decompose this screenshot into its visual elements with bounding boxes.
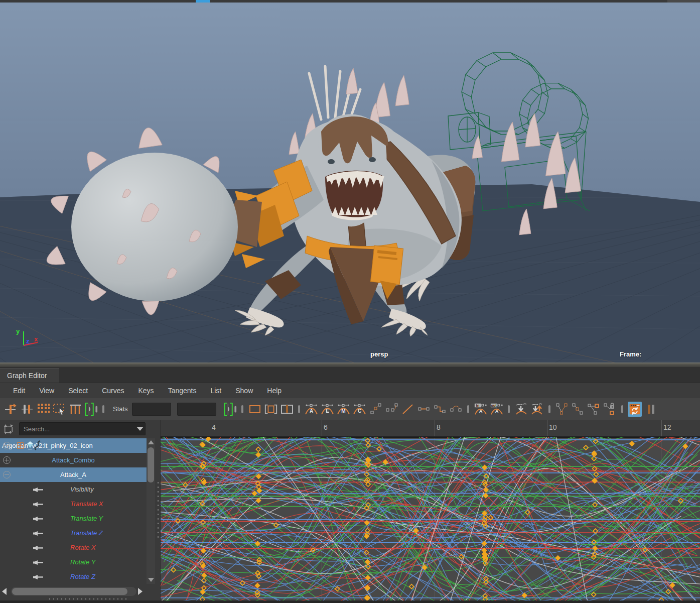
svg-text:out: out xyxy=(491,403,497,408)
list-mode-icon[interactable] xyxy=(2,423,15,436)
search-input[interactable] xyxy=(19,422,146,435)
panel-divider[interactable] xyxy=(0,363,700,367)
tree-row-translate-x[interactable]: Translate X xyxy=(0,497,147,511)
scroll-down-icon[interactable] xyxy=(148,578,154,582)
tab-graph-editor[interactable]: Graph Editor xyxy=(0,368,59,383)
menu-show[interactable]: Show xyxy=(228,385,260,397)
move-nearest-key-icon[interactable] xyxy=(4,402,18,417)
channel-bullet-icon xyxy=(33,530,44,538)
auto-tangent-icon[interactable]: A xyxy=(305,402,319,417)
toolbar-separator xyxy=(298,405,301,414)
plateau-tangent-icon[interactable] xyxy=(449,402,463,417)
panel-resize-dots[interactable] xyxy=(48,598,128,600)
channel-bullet-icon xyxy=(33,574,44,582)
break-tangents-icon[interactable] xyxy=(555,402,569,417)
retime-tool-icon[interactable] xyxy=(68,402,82,417)
lock-tangent-weight-icon[interactable] xyxy=(603,402,617,417)
buffer-snapshot-icon[interactable] xyxy=(514,402,528,417)
ruler-gridline xyxy=(210,420,210,436)
channel-bullet-icon xyxy=(33,501,44,509)
keyframe-marker xyxy=(365,438,370,443)
time-ruler[interactable]: 4681012 xyxy=(161,420,700,437)
in-tangent-auto-icon[interactable]: inA xyxy=(474,402,488,417)
insert-keys-icon[interactable] xyxy=(20,402,34,417)
ease-tangent-icon[interactable]: E xyxy=(321,402,335,417)
tree-row-rotate-x[interactable]: Rotate X xyxy=(0,540,147,555)
clamped2-tangent-icon[interactable] xyxy=(385,402,399,417)
tree-row-label: Argonian_v02:lt_pinky_02_icon xyxy=(2,442,93,449)
tree-row-translate-y[interactable]: Translate Y xyxy=(0,511,147,526)
collapse-icon[interactable] xyxy=(3,442,11,449)
curve-graph-area[interactable]: 4681012 xyxy=(161,420,700,600)
scroll-right-icon[interactable] xyxy=(138,588,143,595)
tree-row-argonian-v02-lt-pinky-02-icon[interactable]: Argonian_v02:lt_pinky_02_icon xyxy=(0,438,147,453)
flat-tangent-icon[interactable] xyxy=(417,402,431,417)
top-toolbar-strip xyxy=(0,0,700,3)
unify-tangents-icon[interactable] xyxy=(587,402,601,417)
menu-tangents[interactable]: Tangents xyxy=(161,385,204,397)
frame-playback-range-icon[interactable] xyxy=(84,402,98,417)
expand-all-icon[interactable] xyxy=(17,442,24,449)
panel-splitter-dots[interactable] xyxy=(157,480,159,541)
tree-row-attack-a[interactable]: Attack_A xyxy=(0,467,147,482)
mixed-tangent-icon[interactable]: M xyxy=(337,402,351,417)
stacked-view-icon[interactable] xyxy=(264,402,278,417)
viewport-3d[interactable]: yzx persp Frame: xyxy=(0,0,700,363)
window-bottom-strip xyxy=(0,600,700,603)
region-select-keys-icon[interactable] xyxy=(52,402,66,417)
time-sync-button[interactable] xyxy=(628,402,642,417)
menu-help[interactable]: Help xyxy=(260,385,289,397)
clipped-toolbar-icon[interactable] xyxy=(644,402,658,417)
svg-text:M: M xyxy=(341,408,345,414)
step-tangent-icon[interactable] xyxy=(433,402,447,417)
menu-view[interactable]: View xyxy=(32,385,61,397)
normalized-view-icon[interactable] xyxy=(280,402,294,417)
menu-select[interactable]: Select xyxy=(61,385,95,397)
channel-bullet-icon xyxy=(33,545,44,553)
ruler-tick-label: 6 xyxy=(324,423,328,431)
keyframe-marker xyxy=(256,447,260,451)
tree-row-translate-z[interactable]: Translate Z xyxy=(0,526,147,540)
animation-curves-canvas[interactable] xyxy=(161,437,700,600)
out-tangent-auto-icon[interactable]: outA xyxy=(490,402,504,417)
hscroll-track[interactable] xyxy=(11,587,136,596)
axis-z-label: z xyxy=(26,337,30,345)
graph-editor-tabbar: Graph Editor xyxy=(0,367,700,383)
tree-vertical-scrollbar[interactable] xyxy=(147,438,155,584)
scroll-up-icon[interactable] xyxy=(148,440,154,444)
absolute-view-icon[interactable] xyxy=(248,402,262,417)
tree-row-label: Rotate Y xyxy=(70,558,95,566)
graph-editor-menubar: EditViewSelectCurvesKeysTangentsListShow… xyxy=(0,383,700,398)
menu-edit[interactable]: Edit xyxy=(6,385,32,397)
keyframe-marker xyxy=(555,556,560,560)
top-accent-segment xyxy=(196,0,210,3)
ruler-tick-label: 8 xyxy=(437,423,441,431)
tree-row-rotate-z[interactable]: Rotate Z xyxy=(0,569,147,584)
tree-row-label: Visibility xyxy=(70,486,94,493)
ruler-tick-label: 10 xyxy=(549,423,557,431)
frame-selection-icon[interactable] xyxy=(223,402,237,417)
clamped-tangent-icon[interactable]: C xyxy=(353,402,367,417)
tree-row-label: Translate Z xyxy=(70,529,103,537)
frame-label: Frame: xyxy=(620,350,641,358)
linear-tangent-icon[interactable] xyxy=(401,402,415,417)
scroll-left-icon[interactable] xyxy=(2,588,7,595)
tree-horizontal-scrollbar[interactable] xyxy=(0,586,147,598)
menu-keys[interactable]: Keys xyxy=(131,385,161,397)
free-tangent-weight-icon[interactable] xyxy=(571,402,585,417)
tree-row-attack-combo[interactable]: Attack_Combo xyxy=(0,453,147,467)
stats-field-2[interactable] xyxy=(177,403,216,416)
buffer-swap-icon[interactable] xyxy=(530,402,544,417)
svg-text:C: C xyxy=(358,408,361,414)
tree-row-visibility[interactable]: Visibility xyxy=(0,482,147,497)
menu-curves[interactable]: Curves xyxy=(95,385,131,397)
camera-name-label: persp xyxy=(370,350,388,358)
stats-field-1[interactable] xyxy=(132,403,171,416)
tree-row-rotate-y[interactable]: Rotate Y xyxy=(0,555,147,569)
hscroll-thumb[interactable] xyxy=(12,588,127,595)
lattice-deform-keys-icon[interactable] xyxy=(36,402,50,417)
menu-list[interactable]: List xyxy=(203,385,228,397)
channel-bullet-icon xyxy=(33,559,44,567)
vscroll-thumb[interactable] xyxy=(148,447,154,483)
spline-tangent-icon[interactable] xyxy=(369,402,383,417)
